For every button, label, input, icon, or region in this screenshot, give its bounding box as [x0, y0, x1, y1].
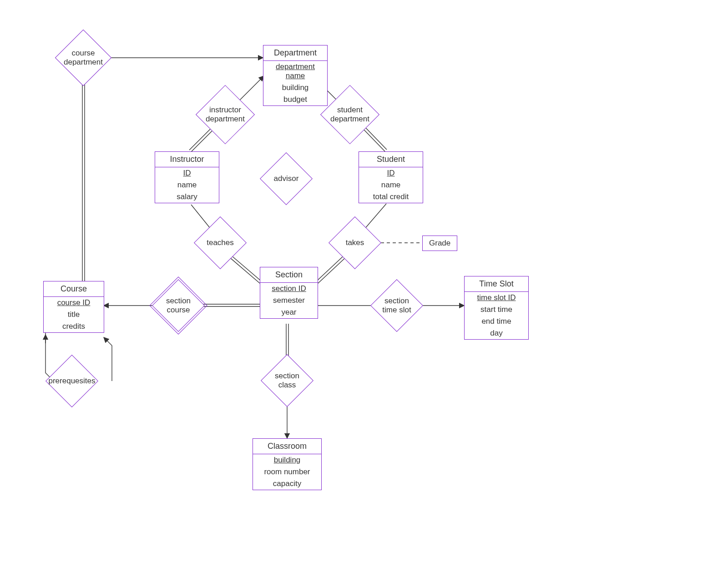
rel-section-timeslot: sectiontime slot: [379, 287, 415, 324]
rel-teaches: teaches: [202, 225, 238, 261]
entity-department: Department department name building budg…: [263, 45, 328, 106]
attr-key: ID: [359, 167, 423, 179]
rel-course-department: coursedepartment: [64, 38, 103, 77]
attr: salary: [155, 191, 219, 203]
attr-key: time slot ID: [465, 292, 528, 304]
rel-label: sectioncourse: [163, 296, 193, 314]
attr: semester: [260, 295, 318, 306]
attr: credits: [44, 321, 104, 332]
attr-key: section ID: [260, 283, 318, 295]
entity-title: Instructor: [155, 152, 219, 167]
attr: end time: [465, 316, 528, 327]
entity-title: Course: [44, 281, 104, 297]
entity-title: Classroom: [253, 439, 321, 454]
attr: room number: [253, 466, 321, 478]
entity-timeslot: Time Slot time slot ID start time end ti…: [464, 276, 529, 340]
rel-label: sectiontime slot: [379, 296, 414, 314]
attr: year: [260, 306, 318, 318]
attr: name: [155, 179, 219, 191]
rel-label: teaches: [204, 238, 237, 247]
attr-key: department name: [263, 61, 327, 82]
attr: title: [44, 309, 104, 321]
entity-classroom: Classroom building room number capacity: [253, 438, 322, 490]
rel-label: studentdepartment: [328, 105, 372, 123]
attr: name: [359, 179, 423, 191]
entity-title: Time Slot: [465, 276, 528, 292]
entity-title: Department: [263, 45, 327, 61]
er-diagram: Department department name building budg…: [0, 0, 728, 582]
rel-label: coursedepartment: [61, 49, 106, 66]
attr-key: building: [253, 454, 321, 466]
entity-student: Student ID name total credit: [359, 151, 423, 203]
entity-title: Student: [359, 152, 423, 167]
entity-title: Section: [260, 267, 318, 283]
rel-instructor-department: instructordepartment: [205, 94, 246, 135]
entity-section: Section section ID semester year: [260, 267, 318, 319]
rel-takes: takes: [337, 225, 373, 261]
entity-course: Course course ID title credits: [43, 281, 104, 333]
attr: start time: [465, 304, 528, 316]
rel-label: takes: [343, 238, 367, 247]
attr-key: course ID: [44, 297, 104, 309]
rel-label: advisor: [271, 174, 302, 183]
rel-label: prerequesites: [46, 376, 98, 386]
rel-label: instructordepartment: [203, 105, 248, 123]
attribute-grade: Grade: [422, 236, 457, 251]
attr: day: [465, 327, 528, 339]
attr: total credit: [359, 191, 423, 203]
rel-label: sectionclass: [272, 371, 302, 389]
rel-student-department: studentdepartment: [329, 94, 370, 135]
attr: building: [263, 82, 327, 94]
rel-advisor: advisor: [268, 161, 304, 197]
rel-section-class: sectionclass: [269, 362, 305, 399]
rel-prerequisites: prerequesites: [54, 363, 90, 399]
attr: capacity: [253, 478, 321, 490]
rel-section-course: sectioncourse: [160, 287, 197, 324]
attr: budget: [263, 94, 327, 105]
entity-instructor: Instructor ID name salary: [155, 151, 219, 203]
edges-layer: [0, 0, 728, 582]
attr-key: ID: [155, 167, 219, 179]
